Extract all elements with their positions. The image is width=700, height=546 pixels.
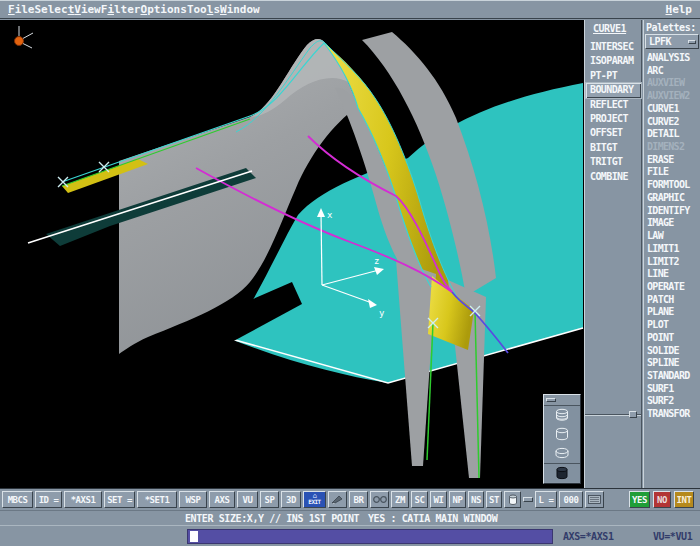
palette-item[interactable]: STANDARD [645, 370, 700, 383]
keyboard-tool-button[interactable] [585, 491, 604, 508]
cylinder-flat-icon[interactable] [544, 444, 580, 463]
axis-label-z: z [374, 256, 379, 266]
id-label-button[interactable]: ID = [35, 491, 62, 508]
curve1-item[interactable]: ISOPARAM [586, 54, 641, 68]
palette-item[interactable]: GRAPHIC [645, 192, 700, 205]
no-indicator[interactable]: NO [653, 491, 671, 508]
view-readout: VU=*VU1 [653, 531, 692, 542]
palette-item[interactable]: OPERATE [645, 281, 700, 294]
curve1-menu: CURVE1 INTERSECISOPARAMPT-PTBOUNDARYREFL… [585, 20, 642, 488]
menu-item[interactable]: Tools [187, 3, 220, 16]
mini-panel-titlebar[interactable] [544, 395, 580, 406]
palettes-title: Palettes: [646, 22, 696, 33]
palette-item[interactable]: DETAIL [645, 128, 700, 141]
palette-item[interactable]: DIMENS2 [645, 141, 700, 154]
mbcs-button[interactable]: MBCS [2, 491, 33, 508]
curve1-item[interactable]: PROJECT [586, 112, 641, 126]
palettes-list: ANALYSISARCAUXVIEWAUXVIEW2CURVE1CURVE2DE… [645, 52, 700, 421]
id-value-field[interactable]: *AXS1 [64, 491, 102, 508]
palette-item[interactable]: CURVE1 [645, 103, 700, 116]
palette-item[interactable]: IMAGE [645, 217, 700, 230]
palette-item[interactable]: SURF1 [645, 383, 700, 396]
palette-item[interactable]: LIMIT2 [645, 256, 700, 269]
text-cursor [190, 531, 198, 542]
zm-button[interactable]: ZM [391, 491, 409, 508]
sp-button[interactable]: SP [260, 491, 279, 508]
pen-tool-button[interactable] [328, 491, 347, 508]
palette-item[interactable]: IDENTIFY [645, 205, 700, 218]
sc-button[interactable]: SC [411, 491, 428, 508]
palette-item[interactable]: FORMTOOL [645, 179, 700, 192]
curve1-item[interactable]: BITGT [586, 141, 641, 155]
wsp-button[interactable]: WSP [179, 491, 207, 508]
menu-item[interactable]: Filter [101, 3, 141, 16]
palette-item[interactable]: ARC [645, 65, 700, 78]
set-value-field[interactable]: *SET1 [137, 491, 177, 508]
vu-button[interactable]: VU [237, 491, 258, 508]
curve1-item[interactable]: PT-PT [586, 69, 641, 83]
palette-item[interactable]: TRANSFOR [645, 408, 700, 421]
palette-item[interactable]: AUXVIEW [645, 77, 700, 90]
cylinder-tool-button[interactable] [504, 491, 521, 508]
int-indicator[interactable]: INT [674, 491, 694, 508]
st-button[interactable]: ST [486, 491, 502, 508]
curve1-item[interactable]: REFLECT [586, 98, 641, 112]
palette-item[interactable]: AUXVIEW2 [645, 90, 700, 103]
yes-indicator[interactable]: YES [629, 491, 650, 508]
l-value-field[interactable]: 000 [559, 491, 583, 508]
br-button[interactable]: BR [349, 491, 368, 508]
overlay-mini-panel[interactable] [543, 394, 581, 484]
np-button[interactable]: NP [449, 491, 466, 508]
set-label-button[interactable]: SET = [104, 491, 135, 508]
wi-button[interactable]: WI [430, 491, 447, 508]
palette-item[interactable]: ANALYSIS [645, 52, 700, 65]
menu-item[interactable]: Select [35, 3, 75, 16]
axs-button[interactable]: AXS [209, 491, 235, 508]
window-status-message: YES : CATIA MAIN WINDOW [368, 513, 497, 524]
curve1-item[interactable]: BOUNDARY [586, 83, 641, 97]
curve1-item[interactable]: OFFSET [586, 126, 641, 140]
l-label-button[interactable]: L = [535, 491, 557, 508]
palette-item[interactable]: SOLIDE [645, 345, 700, 358]
keyboard-icon [588, 495, 601, 504]
curve1-item[interactable]: TRITGT [586, 155, 641, 169]
pen-icon [331, 494, 344, 505]
palette-item[interactable]: SURF2 [645, 395, 700, 408]
palette-item[interactable]: CURVE2 [645, 116, 700, 129]
palette-item[interactable]: LIMIT1 [645, 243, 700, 256]
right-panel: CURVE1 INTERSECISOPARAMPT-PTBOUNDARYREFL… [584, 20, 700, 488]
status-message-row: ENTER SIZE:X,Y // INS 1ST POINT YES : CA… [0, 510, 700, 525]
palette-item[interactable]: ERASE [645, 154, 700, 167]
palette-item[interactable]: SPLINE [645, 357, 700, 370]
menu-item[interactable]: File [8, 3, 35, 16]
palette-item[interactable]: POINT [645, 332, 700, 345]
palette-selector-dropdown[interactable]: LPFK [645, 34, 699, 49]
command-input-field[interactable] [187, 529, 553, 544]
ns-button[interactable]: NS [468, 491, 484, 508]
panel-separator-handle[interactable] [629, 411, 637, 418]
menu-item[interactable]: View [74, 3, 101, 16]
glasses-tool-button[interactable] [370, 491, 389, 508]
curve1-item[interactable]: COMBINE [586, 170, 641, 184]
curve1-item[interactable]: INTERSEC [586, 40, 641, 54]
palette-item[interactable]: PLOT [645, 319, 700, 332]
palette-selector-value: LPFK [649, 36, 671, 47]
cylinder-solid-icon[interactable] [544, 463, 580, 482]
menu-item-help[interactable]: Help [666, 3, 693, 16]
palette-item[interactable]: FILE [645, 166, 700, 179]
curve1-list: INTERSECISOPARAMPT-PTBOUNDARYREFLECTPROJ… [586, 40, 641, 184]
prompt-message: ENTER SIZE:X,Y // INS 1ST POINT [185, 513, 359, 524]
minimize-dash-icon[interactable] [546, 398, 556, 402]
palette-item[interactable]: PATCH [645, 294, 700, 307]
cylinder-striped-icon[interactable] [544, 406, 580, 425]
exit-button[interactable]: ⌂ EXIT [303, 491, 326, 508]
palette-item[interactable]: LINE [645, 268, 700, 281]
menu-item[interactable]: Options [141, 3, 187, 16]
mouse-button-indicators: YES NO INT [629, 491, 694, 508]
viewport-3d[interactable]: x z y [0, 20, 584, 488]
menu-item[interactable]: Window [220, 3, 260, 16]
palette-item[interactable]: PLANE [645, 306, 700, 319]
3d-button[interactable]: 3D [281, 491, 301, 508]
cylinder-outline-icon[interactable] [544, 425, 580, 444]
palette-item[interactable]: LAW [645, 230, 700, 243]
